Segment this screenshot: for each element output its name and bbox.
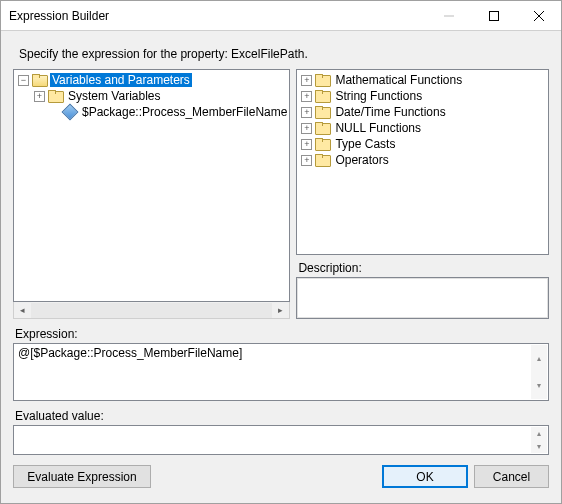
expand-icon[interactable]: + — [301, 155, 312, 166]
evaluated-value-box: ▴ ▾ — [13, 425, 549, 455]
expand-icon[interactable]: + — [301, 107, 312, 118]
collapse-icon[interactable]: − — [18, 75, 29, 86]
folder-icon — [48, 90, 62, 102]
expand-icon[interactable]: + — [301, 139, 312, 150]
instruction-text: Specify the expression for the property:… — [19, 47, 549, 61]
func-node[interactable]: + Date/Time Functions — [297, 104, 548, 120]
panels: − Variables and Parameters + System Vari… — [13, 69, 549, 319]
minimize-icon — [444, 11, 454, 21]
close-icon — [534, 11, 544, 21]
minimize-button[interactable] — [426, 1, 471, 30]
func-node[interactable]: + Operators — [297, 152, 548, 168]
evaluated-label: Evaluated value: — [15, 409, 549, 423]
func-label: Type Casts — [333, 137, 397, 151]
func-label: Operators — [333, 153, 390, 167]
expression-text: @[$Package::Process_MemberFileName] — [18, 346, 242, 360]
close-button[interactable] — [516, 1, 561, 30]
folder-icon — [315, 122, 329, 134]
func-label: String Functions — [333, 89, 424, 103]
folder-icon — [315, 74, 329, 86]
spin-down-icon[interactable]: ▾ — [531, 372, 547, 399]
spin-up-icon[interactable]: ▴ — [531, 427, 547, 440]
dialog-body: Specify the expression for the property:… — [1, 31, 561, 503]
tree-node-label: Variables and Parameters — [50, 73, 192, 87]
scroll-left-button[interactable]: ◂ — [14, 303, 31, 318]
expand-icon[interactable]: + — [34, 91, 45, 102]
maximize-button[interactable] — [471, 1, 516, 30]
func-node[interactable]: + NULL Functions — [297, 120, 548, 136]
ok-button[interactable]: OK — [382, 465, 468, 488]
variable-icon — [62, 104, 79, 121]
evaluated-spinner[interactable]: ▴ ▾ — [531, 427, 547, 453]
expression-builder-window: Expression Builder Specify the expressio… — [0, 0, 562, 504]
variables-tree[interactable]: − Variables and Parameters + System Vari… — [13, 69, 290, 302]
func-node[interactable]: + Mathematical Functions — [297, 72, 548, 88]
folder-icon — [315, 154, 329, 166]
expand-icon[interactable]: + — [301, 75, 312, 86]
expression-input[interactable]: @[$Package::Process_MemberFileName] ▴ ▾ — [13, 343, 549, 401]
func-node[interactable]: + Type Casts — [297, 136, 548, 152]
description-box — [296, 277, 549, 319]
func-label: Date/Time Functions — [333, 105, 447, 119]
folder-icon — [315, 138, 329, 150]
cancel-button[interactable]: Cancel — [474, 465, 549, 488]
svg-rect-1 — [489, 11, 498, 20]
func-label: Mathematical Functions — [333, 73, 464, 87]
expand-icon[interactable]: + — [301, 91, 312, 102]
horizontal-scrollbar[interactable]: ◂ ▸ — [13, 302, 290, 319]
tree-node-label: System Variables — [66, 89, 162, 103]
expression-label: Expression: — [15, 327, 549, 341]
tree-node-variable[interactable]: $Package::Process_MemberFileName — [14, 104, 289, 120]
folder-icon — [315, 106, 329, 118]
evaluate-expression-button[interactable]: Evaluate Expression — [13, 465, 151, 488]
tree-node-label: $Package::Process_MemberFileName — [80, 105, 289, 119]
scroll-track[interactable] — [31, 303, 272, 318]
functions-tree[interactable]: + Mathematical Functions + String Functi… — [296, 69, 549, 255]
expand-icon[interactable]: + — [301, 123, 312, 134]
func-node[interactable]: + String Functions — [297, 88, 548, 104]
description-label: Description: — [298, 261, 549, 275]
spin-up-icon[interactable]: ▴ — [531, 345, 547, 372]
folder-icon — [315, 90, 329, 102]
expression-spinner[interactable]: ▴ ▾ — [531, 345, 547, 399]
folder-open-icon — [32, 74, 46, 86]
maximize-icon — [489, 11, 499, 21]
spin-down-icon[interactable]: ▾ — [531, 440, 547, 453]
tree-node-root[interactable]: − Variables and Parameters — [14, 72, 289, 88]
tree-node-system[interactable]: + System Variables — [14, 88, 289, 104]
right-column: + Mathematical Functions + String Functi… — [296, 69, 549, 319]
variables-panel: − Variables and Parameters + System Vari… — [13, 69, 290, 319]
func-label: NULL Functions — [333, 121, 423, 135]
titlebar: Expression Builder — [1, 1, 561, 31]
scroll-right-button[interactable]: ▸ — [272, 303, 289, 318]
footer: Evaluate Expression OK Cancel — [13, 465, 549, 488]
window-title: Expression Builder — [1, 9, 426, 23]
